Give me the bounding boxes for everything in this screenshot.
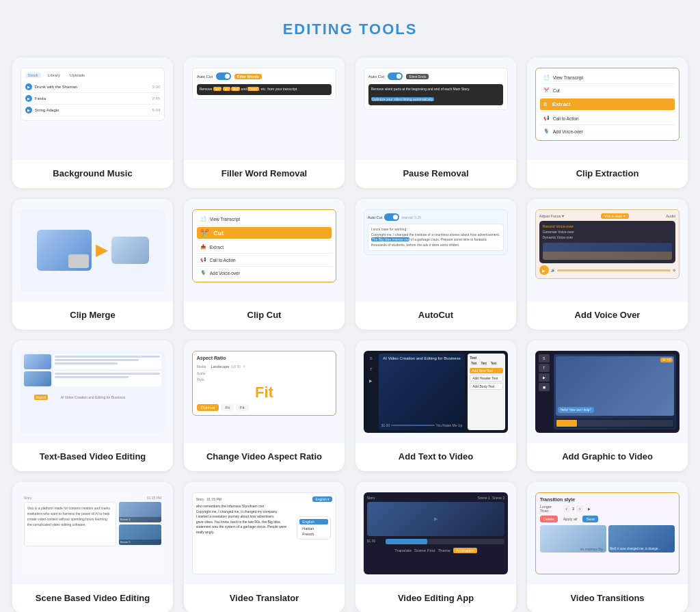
card-label-add-graphic-to-video: Add Graphic to Video <box>555 443 660 471</box>
card-background-music[interactable]: Stock Library Uploads ▶ Drunk with the S… <box>12 57 173 188</box>
card-label-clip-merge: Clip Merge <box>63 302 122 330</box>
card-change-video-aspect-ratio[interactable]: Aspect Ratio Media Landscape (16:9) › Au… <box>184 341 345 471</box>
card-add-text-to-video[interactable]: S T ▶ AI Video Creation and Editing for … <box>355 341 516 471</box>
card-label-video-editing-app: Video Editing App <box>391 585 481 612</box>
card-label-text-based-video-editing: Text-Based Video Editing <box>33 443 153 471</box>
card-scene-based-video-editing[interactable]: Story 01:15 PM Viso is a platform made f… <box>12 482 173 612</box>
card-image-clip-merge: ▶ <box>12 199 173 302</box>
card-image-filler-word-removal: Auto Cut Filler Words Remove "um" "uh" "… <box>184 57 345 160</box>
card-filler-word-removal[interactable]: Auto Cut Filler Words Remove "um" "uh" "… <box>184 57 345 188</box>
card-label-clip-extraction: Clip Extraction <box>569 160 646 188</box>
card-image-video-translator: Story 01:15 PM English ▾ who remembers t… <box>184 482 345 585</box>
card-image-add-voice-over: Adjust Focus ▾ Voice-over ▾ Audio Record… <box>527 199 688 302</box>
card-label-pause-removal: Pause Removal <box>396 160 475 188</box>
card-label-add-voice-over: Add Voice Over <box>568 302 647 330</box>
card-video-translator[interactable]: Story 01:15 PM English ▾ who remembers t… <box>184 482 345 612</box>
card-clip-extraction[interactable]: 📄 View Transcript ✂️ Cut ≡ Extract 📢 Cal… <box>527 57 688 188</box>
card-label-filler-word-removal: Filler Word Removal <box>215 160 314 188</box>
card-clip-cut[interactable]: 📄 View Transcript ✂️ Cut 📤 Extract 📢 Cal… <box>184 199 345 330</box>
card-image-background-music: Stock Library Uploads ▶ Drunk with the S… <box>12 57 173 160</box>
card-label-scene-based-video-editing: Scene Based Video Editing <box>29 585 157 612</box>
card-text-based-video-editing[interactable]: Import AI Video Creation and Editing for… <box>12 341 173 471</box>
card-pause-removal[interactable]: Auto Cut Silent Ends Remove silent parts… <box>355 57 516 188</box>
card-image-clip-extraction: 📄 View Transcript ✂️ Cut ≡ Extract 📢 Cal… <box>527 57 688 160</box>
card-label-video-transitions: Video Transitions <box>563 585 651 612</box>
card-image-video-editing-app: Story Scene 1 Scene 2 ▶ $1.00 Tra <box>355 482 516 585</box>
card-image-text-based-video-editing: Import AI Video Creation and Editing for… <box>12 341 173 443</box>
card-video-transitions[interactable]: Transition style Longer Than: ‹ 3 › ▶ De… <box>527 482 688 612</box>
card-clip-merge[interactable]: ▶ Clip Merge <box>12 199 173 330</box>
card-add-voice-over[interactable]: Adjust Focus ▾ Voice-over ▾ Audio Record… <box>527 199 688 330</box>
page-title: EDITING TOOLS <box>283 21 418 38</box>
card-video-editing-app[interactable]: Story Scene 1 Scene 2 ▶ $1.00 Tra <box>355 482 516 612</box>
card-image-video-transitions: Transition style Longer Than: ‹ 3 › ▶ De… <box>527 482 688 585</box>
tools-grid: Stock Library Uploads ▶ Drunk with the S… <box>12 57 688 612</box>
card-autocut[interactable]: Auto Cut Interval: 0.25 I once case for … <box>355 199 516 330</box>
card-image-change-video-aspect-ratio: Aspect Ratio Media Landscape (16:9) › Au… <box>184 341 345 443</box>
card-label-autocut: AutoCut <box>412 302 460 330</box>
card-image-clip-cut: 📄 View Transcript ✂️ Cut 📤 Extract 📢 Cal… <box>184 199 345 302</box>
card-image-add-graphic-to-video: S T ▶ ◼ 🔔 ×2 Hello! How can I help? <box>527 341 688 443</box>
card-image-pause-removal: Auto Cut Silent Ends Remove silent parts… <box>355 57 516 160</box>
card-label-add-text-to-video: Add Text to Video <box>392 443 480 471</box>
card-label-change-video-aspect-ratio: Change Video Aspect Ratio <box>200 443 329 471</box>
card-image-autocut: Auto Cut Interval: 0.25 I once case for … <box>355 199 516 302</box>
card-image-add-text-to-video: S T ▶ AI Video Creation and Editing for … <box>355 341 516 443</box>
card-label-background-music: Background Music <box>46 160 139 188</box>
card-label-video-translator: Video Translator <box>223 585 306 612</box>
card-add-graphic-to-video[interactable]: S T ▶ ◼ 🔔 ×2 Hello! How can I help? <box>527 341 688 471</box>
card-image-scene-based-video-editing: Story 01:15 PM Viso is a platform made f… <box>12 482 173 585</box>
card-label-clip-cut: Clip Cut <box>241 302 288 330</box>
